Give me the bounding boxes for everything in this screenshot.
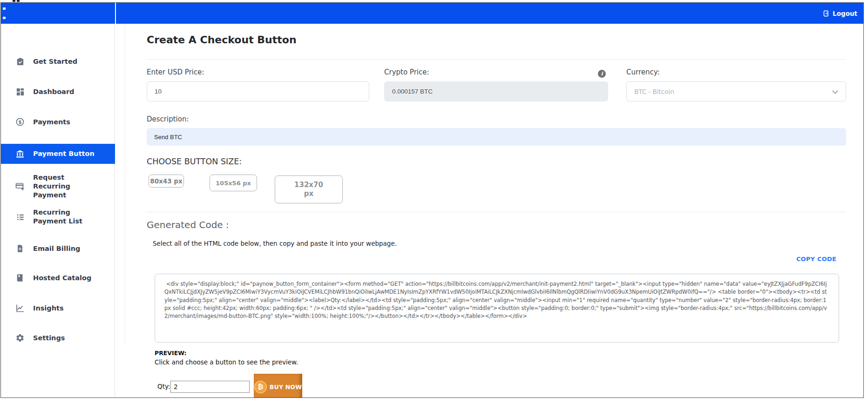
sidebar-item-payments[interactable]: $ Payments	[1, 113, 115, 131]
dashboard-grid-icon	[15, 87, 25, 97]
chart-line-icon	[15, 303, 25, 313]
qty-input[interactable]	[170, 381, 250, 393]
document-icon	[15, 243, 25, 254]
sidebar-item-label: Settings	[33, 334, 104, 343]
sidebar-item-label: Insights	[33, 304, 104, 313]
currency-label: Currency:	[626, 68, 660, 76]
card-edge	[125, 24, 125, 345]
info-icon[interactable]: i	[598, 70, 606, 78]
clipboard-check-icon	[15, 56, 25, 67]
sidebar-item-hosted-catalog[interactable]: Hosted Catalog	[1, 269, 115, 287]
currency-selected-value: BTC - Bitcoin	[634, 88, 674, 95]
sidebar-item-get-started[interactable]: Get Started	[1, 52, 115, 71]
sidebar-item-recurring-payment-list[interactable]: Recurring Payment List	[1, 208, 115, 226]
description-input[interactable]	[147, 128, 846, 146]
sidebar-item-payment-button[interactable]: Payment Button	[1, 144, 115, 164]
buy-now-button[interactable]: ₿ BUY NOW	[254, 374, 302, 398]
size-option-label: 80x43 px	[150, 177, 182, 185]
logout-icon	[823, 10, 830, 17]
description-label: Description:	[147, 115, 189, 123]
generated-code-instruction: Select all of the HTML code below, then …	[153, 240, 397, 247]
divider	[147, 212, 846, 212]
sidebar: Get Started Dashboard $ Payments	[1, 24, 115, 397]
window-artifact	[13, 0, 15, 2]
choose-button-size-label: CHOOSE BUTTON SIZE:	[147, 157, 242, 166]
preview-instruction: Click and choose a button to see the pre…	[155, 358, 298, 366]
dollar-circle-icon: $	[15, 117, 25, 127]
page-title: Create A Checkout Button	[147, 34, 297, 46]
logout-label: Logout	[833, 10, 857, 17]
sidebar-item-label: Payments	[33, 118, 104, 127]
size-option-label: 132x70 px	[292, 181, 326, 199]
bitcoin-icon: ₿	[254, 381, 267, 393]
size-option-80x43[interactable]: 80x43 px	[149, 175, 184, 188]
sidebar-item-settings[interactable]: Settings	[1, 329, 115, 347]
sidebar-item-label: Email Billing	[33, 244, 104, 253]
sidebar-item-insights[interactable]: Insights	[1, 299, 115, 317]
copy-code-button[interactable]: COPY CODE	[796, 256, 836, 263]
logout-button[interactable]: Logout	[823, 3, 857, 24]
qty-label: Qty:	[157, 383, 170, 390]
divider	[147, 59, 846, 60]
sidebar-item-label: Get Started	[33, 57, 104, 66]
sidebar-item-label: Dashboard	[33, 88, 104, 96]
preview-title: PREVIEW:	[155, 350, 187, 357]
sidebar-item-label: Request Recurring Payment	[33, 173, 104, 200]
sidebar-item-email-billing[interactable]: Email Billing	[1, 239, 115, 258]
generated-code-box[interactable]: <div style="display:block;" id="paynow_b…	[155, 274, 839, 343]
sidebar-item-label: Hosted Catalog	[33, 274, 104, 283]
sidebar-item-label: Recurring Payment List	[33, 208, 104, 226]
book-icon	[15, 273, 25, 283]
window-artifact	[17, 0, 20, 2]
sidebar-item-request-recurring-payment[interactable]: Request Recurring Payment	[1, 173, 115, 200]
app-window: Logout Get Started Dashboard	[0, 2, 864, 398]
chevron-down-icon	[832, 88, 838, 94]
topbar-divider	[115, 3, 116, 24]
generated-code-title: Generated Code :	[147, 219, 229, 230]
usd-price-label: Enter USD Price:	[147, 68, 204, 76]
crypto-price-label: Crypto Price:	[384, 68, 429, 76]
bank-icon	[15, 149, 25, 159]
currency-select[interactable]: BTC - Bitcoin	[626, 81, 846, 101]
gear-icon	[15, 333, 25, 343]
svg-text:$: $	[19, 120, 22, 125]
list-icon	[15, 212, 25, 222]
size-option-label: 105x56 px	[216, 180, 251, 187]
size-option-132x70[interactable]: 132x70 px	[275, 175, 343, 203]
crypto-price-input	[384, 81, 608, 101]
logo-fragment	[3, 7, 6, 20]
sidebar-item-dashboard[interactable]: Dashboard	[1, 82, 115, 101]
sidebar-item-label: Payment Button	[33, 149, 104, 158]
card-plus-icon	[15, 181, 25, 191]
size-option-105x56[interactable]: 105x56 px	[210, 175, 257, 191]
top-navbar: Logout	[1, 3, 863, 24]
buy-now-label: BUY NOW	[270, 384, 302, 391]
main-content: Create A Checkout Button Enter USD Price…	[115, 24, 863, 397]
usd-price-input[interactable]	[147, 81, 369, 101]
